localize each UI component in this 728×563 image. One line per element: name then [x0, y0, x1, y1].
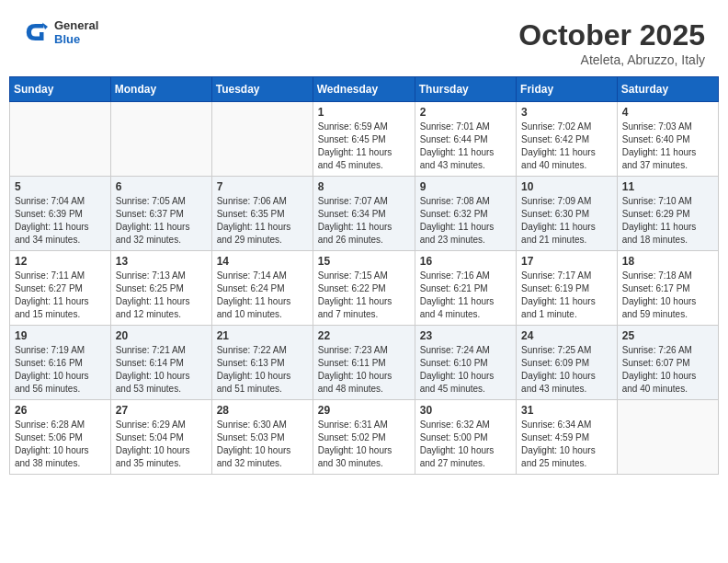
day-info: Sunrise: 7:16 AM Sunset: 6:21 PM Dayligh… — [420, 270, 511, 321]
calendar-week-row: 26Sunrise: 6:28 AM Sunset: 5:06 PM Dayli… — [10, 400, 719, 475]
calendar-body: 1Sunrise: 6:59 AM Sunset: 6:45 PM Daylig… — [10, 102, 719, 475]
day-info: Sunrise: 7:02 AM Sunset: 6:42 PM Dayligh… — [521, 121, 612, 172]
day-info: Sunrise: 7:10 AM Sunset: 6:29 PM Dayligh… — [622, 195, 713, 247]
month-title: October 2025 — [518, 18, 705, 52]
day-info: Sunrise: 7:06 AM Sunset: 6:35 PM Dayligh… — [217, 195, 308, 247]
calendar-header-row: SundayMondayTuesdayWednesdayThursdayFrid… — [10, 77, 719, 102]
day-info: Sunrise: 7:25 AM Sunset: 6:09 PM Dayligh… — [521, 344, 612, 396]
day-info: Sunrise: 6:28 AM Sunset: 5:06 PM Dayligh… — [15, 419, 106, 470]
calendar-day-cell: 3Sunrise: 7:02 AM Sunset: 6:42 PM Daylig… — [517, 102, 618, 177]
page-header: General Blue October 2025 Ateleta, Abruz… — [9, 9, 719, 72]
day-number: 14 — [217, 255, 308, 268]
calendar-day-cell: 29Sunrise: 6:31 AM Sunset: 5:02 PM Dayli… — [313, 400, 415, 475]
day-info: Sunrise: 7:09 AM Sunset: 6:30 PM Dayligh… — [521, 195, 612, 247]
day-info: Sunrise: 6:30 AM Sunset: 5:03 PM Dayligh… — [217, 419, 308, 470]
calendar-day-cell: 19Sunrise: 7:19 AM Sunset: 6:16 PM Dayli… — [10, 326, 111, 400]
weekday-header: Thursday — [415, 77, 516, 102]
day-info: Sunrise: 6:32 AM Sunset: 5:00 PM Dayligh… — [420, 419, 511, 470]
calendar-day-cell: 8Sunrise: 7:07 AM Sunset: 6:34 PM Daylig… — [313, 177, 415, 251]
day-number: 28 — [217, 404, 308, 417]
day-info: Sunrise: 7:22 AM Sunset: 6:13 PM Dayligh… — [217, 344, 308, 396]
day-number: 17 — [521, 255, 612, 268]
calendar-day-cell: 11Sunrise: 7:10 AM Sunset: 6:29 PM Dayli… — [617, 177, 718, 251]
calendar-day-cell: 17Sunrise: 7:17 AM Sunset: 6:19 PM Dayli… — [517, 251, 618, 326]
logo-text: General Blue — [54, 18, 98, 46]
calendar-week-row: 1Sunrise: 6:59 AM Sunset: 6:45 PM Daylig… — [10, 102, 719, 177]
day-number: 30 — [420, 404, 511, 417]
calendar-day-cell: 24Sunrise: 7:25 AM Sunset: 6:09 PM Dayli… — [517, 326, 618, 400]
calendar-day-cell — [617, 400, 718, 475]
day-info: Sunrise: 7:14 AM Sunset: 6:24 PM Dayligh… — [217, 270, 308, 321]
day-info: Sunrise: 7:05 AM Sunset: 6:37 PM Dayligh… — [116, 195, 207, 247]
day-number: 20 — [116, 329, 207, 342]
calendar-day-cell — [10, 102, 111, 177]
day-info: Sunrise: 7:07 AM Sunset: 6:34 PM Dayligh… — [318, 195, 410, 247]
day-info: Sunrise: 7:01 AM Sunset: 6:44 PM Dayligh… — [420, 121, 511, 172]
day-number: 16 — [420, 255, 511, 268]
calendar-day-cell: 27Sunrise: 6:29 AM Sunset: 5:04 PM Dayli… — [110, 400, 211, 475]
day-number: 22 — [318, 329, 410, 342]
calendar-day-cell: 12Sunrise: 7:11 AM Sunset: 6:27 PM Dayli… — [10, 251, 111, 326]
day-number: 29 — [318, 404, 410, 417]
day-number: 12 — [15, 255, 106, 268]
calendar-day-cell: 20Sunrise: 7:21 AM Sunset: 6:14 PM Dayli… — [110, 326, 211, 400]
day-number: 15 — [318, 255, 410, 268]
day-info: Sunrise: 7:24 AM Sunset: 6:10 PM Dayligh… — [420, 344, 511, 396]
calendar-week-row: 5Sunrise: 7:04 AM Sunset: 6:39 PM Daylig… — [10, 177, 719, 251]
weekday-header: Saturday — [617, 77, 718, 102]
calendar-day-cell: 26Sunrise: 6:28 AM Sunset: 5:06 PM Dayli… — [10, 400, 111, 475]
calendar-week-row: 19Sunrise: 7:19 AM Sunset: 6:16 PM Dayli… — [10, 326, 719, 400]
calendar-day-cell: 2Sunrise: 7:01 AM Sunset: 6:44 PM Daylig… — [415, 102, 516, 177]
logo-icon — [23, 18, 51, 46]
calendar-day-cell: 15Sunrise: 7:15 AM Sunset: 6:22 PM Dayli… — [313, 251, 415, 326]
day-info: Sunrise: 7:18 AM Sunset: 6:17 PM Dayligh… — [622, 270, 713, 321]
day-number: 2 — [420, 106, 511, 119]
calendar-day-cell: 18Sunrise: 7:18 AM Sunset: 6:17 PM Dayli… — [617, 251, 718, 326]
day-info: Sunrise: 7:13 AM Sunset: 6:25 PM Dayligh… — [116, 270, 207, 321]
day-info: Sunrise: 7:11 AM Sunset: 6:27 PM Dayligh… — [15, 270, 106, 321]
day-info: Sunrise: 7:19 AM Sunset: 6:16 PM Dayligh… — [15, 344, 106, 396]
title-block: October 2025 Ateleta, Abruzzo, Italy — [518, 18, 705, 67]
day-number: 8 — [318, 180, 410, 193]
day-number: 25 — [622, 329, 713, 342]
day-info: Sunrise: 7:17 AM Sunset: 6:19 PM Dayligh… — [521, 270, 612, 321]
day-number: 10 — [521, 180, 612, 193]
day-number: 9 — [420, 180, 511, 193]
calendar-day-cell: 16Sunrise: 7:16 AM Sunset: 6:21 PM Dayli… — [415, 251, 516, 326]
calendar-day-cell: 9Sunrise: 7:08 AM Sunset: 6:32 PM Daylig… — [415, 177, 516, 251]
weekday-header: Friday — [517, 77, 618, 102]
calendar-day-cell — [211, 102, 313, 177]
day-info: Sunrise: 7:03 AM Sunset: 6:40 PM Dayligh… — [622, 121, 713, 172]
calendar-day-cell: 1Sunrise: 6:59 AM Sunset: 6:45 PM Daylig… — [313, 102, 415, 177]
day-number: 31 — [521, 404, 612, 417]
day-info: Sunrise: 7:23 AM Sunset: 6:11 PM Dayligh… — [318, 344, 410, 396]
calendar-week-row: 12Sunrise: 7:11 AM Sunset: 6:27 PM Dayli… — [10, 251, 719, 326]
calendar-day-cell: 6Sunrise: 7:05 AM Sunset: 6:37 PM Daylig… — [110, 177, 211, 251]
calendar-table: SundayMondayTuesdayWednesdayThursdayFrid… — [9, 76, 719, 475]
day-number: 1 — [318, 106, 410, 119]
day-info: Sunrise: 6:34 AM Sunset: 4:59 PM Dayligh… — [521, 419, 612, 470]
day-info: Sunrise: 6:31 AM Sunset: 5:02 PM Dayligh… — [318, 419, 410, 470]
calendar-day-cell: 7Sunrise: 7:06 AM Sunset: 6:35 PM Daylig… — [211, 177, 313, 251]
calendar-day-cell — [110, 102, 211, 177]
day-number: 5 — [15, 180, 106, 193]
weekday-header: Monday — [110, 77, 211, 102]
calendar-day-cell: 14Sunrise: 7:14 AM Sunset: 6:24 PM Dayli… — [211, 251, 313, 326]
day-number: 13 — [116, 255, 207, 268]
calendar-day-cell: 4Sunrise: 7:03 AM Sunset: 6:40 PM Daylig… — [617, 102, 718, 177]
calendar-day-cell: 23Sunrise: 7:24 AM Sunset: 6:10 PM Dayli… — [415, 326, 516, 400]
weekday-header: Sunday — [10, 77, 111, 102]
day-number: 23 — [420, 329, 511, 342]
day-info: Sunrise: 7:15 AM Sunset: 6:22 PM Dayligh… — [318, 270, 410, 321]
location-text: Ateleta, Abruzzo, Italy — [518, 52, 705, 67]
logo-blue-text: Blue — [54, 32, 98, 46]
calendar-day-cell: 31Sunrise: 6:34 AM Sunset: 4:59 PM Dayli… — [517, 400, 618, 475]
day-number: 3 — [521, 106, 612, 119]
day-info: Sunrise: 7:04 AM Sunset: 6:39 PM Dayligh… — [15, 195, 106, 247]
day-info: Sunrise: 6:59 AM Sunset: 6:45 PM Dayligh… — [318, 121, 410, 172]
calendar-day-cell: 5Sunrise: 7:04 AM Sunset: 6:39 PM Daylig… — [10, 177, 111, 251]
day-number: 27 — [116, 404, 207, 417]
day-number: 18 — [622, 255, 713, 268]
day-number: 24 — [521, 329, 612, 342]
calendar-day-cell: 25Sunrise: 7:26 AM Sunset: 6:07 PM Dayli… — [617, 326, 718, 400]
